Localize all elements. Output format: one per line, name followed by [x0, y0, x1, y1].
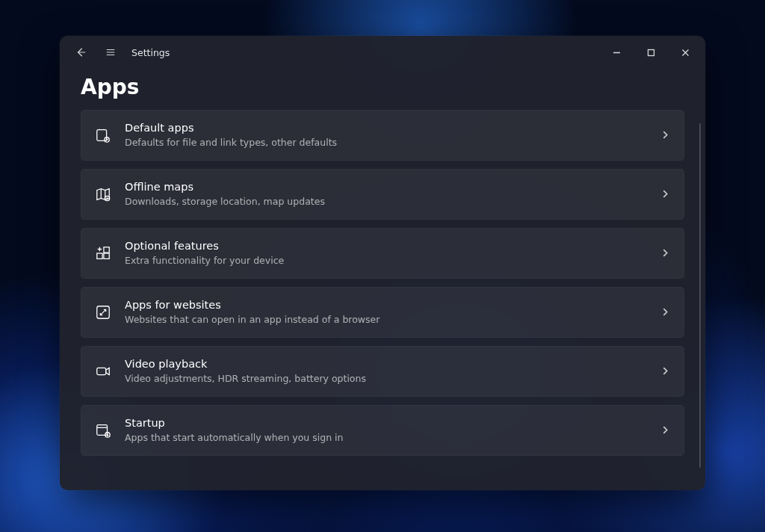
card-description: Defaults for file and link types, other …: [125, 137, 660, 149]
chevron-right-icon: [660, 129, 670, 143]
video-playback-icon: [95, 363, 111, 380]
svg-rect-1: [97, 130, 107, 141]
maximize-icon: [647, 49, 655, 57]
card-text: Video playback Video adjustments, HDR st…: [125, 357, 660, 385]
minimize-icon: [613, 49, 621, 57]
card-title: Apps for websites: [125, 298, 660, 313]
card-title: Default apps: [125, 121, 660, 136]
card-description: Downloads, storage location, map updates: [125, 196, 660, 208]
close-icon: [681, 49, 690, 57]
svg-rect-0: [648, 49, 654, 55]
card-text: Default apps Defaults for file and link …: [125, 121, 660, 149]
card-text: Startup Apps that start automatically wh…: [125, 416, 660, 444]
startup-item[interactable]: Startup Apps that start automatically wh…: [81, 405, 684, 456]
default-apps-item[interactable]: Default apps Defaults for file and link …: [81, 110, 684, 161]
card-description: Video adjustments, HDR streaming, batter…: [125, 373, 660, 386]
card-text: Optional features Extra functionality fo…: [125, 239, 660, 267]
maximize-button[interactable]: [634, 40, 668, 64]
scrollbar[interactable]: [699, 123, 701, 468]
card-title: Video playback: [125, 357, 660, 372]
svg-rect-5: [104, 253, 109, 259]
chevron-right-icon: [660, 247, 670, 261]
card-text: Apps for websites Websites that can open…: [125, 298, 660, 326]
optional-features-item[interactable]: Optional features Extra functionality fo…: [81, 228, 684, 279]
back-button[interactable]: [66, 39, 96, 66]
apps-for-websites-item[interactable]: Apps for websites Websites that can open…: [81, 287, 684, 338]
settings-window: Settings Apps Default apps Defaults for …: [60, 36, 705, 490]
window-title: Settings: [131, 47, 170, 58]
chevron-right-icon: [660, 306, 670, 320]
card-text: Offline maps Downloads, storage location…: [125, 180, 660, 208]
offline-maps-item[interactable]: Offline maps Downloads, storage location…: [81, 169, 684, 220]
chevron-right-icon: [660, 365, 670, 379]
card-description: Extra functionality for your device: [125, 255, 660, 267]
back-arrow-icon: [75, 47, 86, 58]
video-playback-item[interactable]: Video playback Video adjustments, HDR st…: [81, 346, 684, 397]
svg-rect-6: [104, 247, 109, 253]
hamburger-icon: [105, 47, 116, 58]
card-description: Websites that can open in an app instead…: [125, 314, 660, 327]
card-title: Startup: [125, 416, 660, 431]
optional-features-icon: [95, 245, 111, 262]
apps-for-websites-icon: [95, 304, 111, 321]
startup-icon: [95, 422, 111, 439]
title-bar: Settings: [60, 36, 705, 69]
close-button[interactable]: [668, 40, 702, 64]
card-description: Apps that start automatically when you s…: [125, 432, 660, 445]
default-apps-icon: [95, 127, 111, 143]
chevron-right-icon: [660, 424, 670, 438]
offline-maps-icon: [95, 186, 111, 202]
svg-rect-8: [97, 368, 106, 374]
minimize-button[interactable]: [599, 40, 634, 64]
nav-menu-button[interactable]: [96, 39, 126, 66]
svg-rect-4: [97, 253, 102, 259]
card-title: Optional features: [125, 239, 660, 254]
card-title: Offline maps: [125, 180, 660, 195]
settings-list: Default apps Defaults for file and link …: [60, 110, 705, 490]
chevron-right-icon: [660, 188, 670, 202]
page-heading: Apps: [81, 75, 705, 99]
